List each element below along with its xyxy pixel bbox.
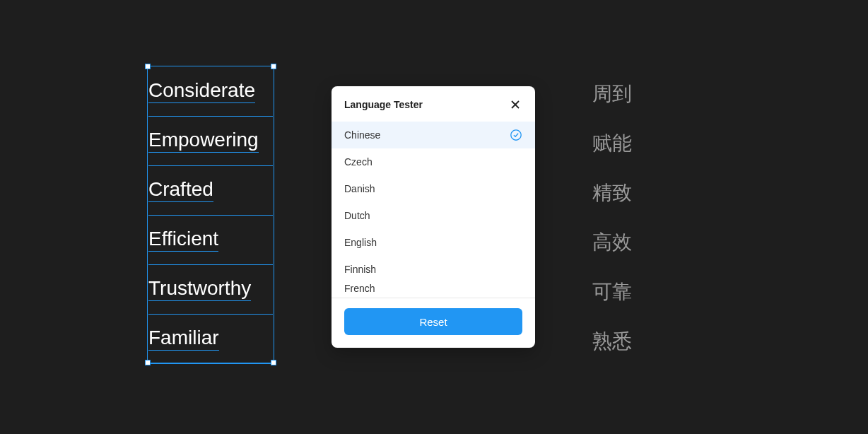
reset-button[interactable]: Reset — [344, 308, 522, 335]
list-item[interactable]: 高效 — [592, 216, 632, 265]
list-item[interactable]: 熟悉 — [592, 315, 632, 364]
language-item-chinese[interactable]: Chinese — [332, 122, 535, 148]
translation-word-list: 周到 赋能 精致 高效 可靠 熟悉 — [592, 67, 632, 364]
word-text: Crafted — [148, 179, 213, 202]
language-label: Dutch — [344, 210, 370, 221]
word-text: Efficient — [148, 228, 218, 252]
word-text: Trustworthy — [148, 278, 251, 301]
list-item[interactable]: 赋能 — [592, 117, 632, 166]
word-text: Considerate — [148, 80, 255, 103]
language-label: Finnish — [344, 264, 376, 275]
language-label: Danish — [344, 183, 375, 194]
panel-footer: Reset — [332, 298, 535, 348]
list-item[interactable]: Considerate — [148, 67, 273, 117]
list-item[interactable]: 可靠 — [592, 265, 632, 315]
check-circle-icon — [510, 129, 522, 141]
svg-point-2 — [511, 130, 521, 140]
close-icon — [510, 99, 521, 110]
word-text: 赋能 — [592, 133, 632, 155]
word-text: 精致 — [592, 182, 632, 204]
language-item-danish[interactable]: Danish — [332, 175, 535, 202]
list-item[interactable]: Efficient — [148, 216, 273, 265]
word-text: 高效 — [592, 232, 632, 254]
language-label: Chinese — [344, 129, 380, 141]
list-item[interactable]: Empowering — [148, 117, 273, 166]
language-label: English — [344, 237, 377, 248]
language-item-english[interactable]: English — [332, 229, 535, 256]
language-item-finnish[interactable]: Finnish — [332, 256, 535, 283]
language-list[interactable]: Chinese Czech Danish Dutch English — [332, 122, 535, 298]
language-label: French — [344, 283, 375, 294]
word-text: 周到 — [592, 83, 632, 105]
language-item-dutch[interactable]: Dutch — [332, 202, 535, 229]
list-item[interactable]: Crafted — [148, 166, 273, 216]
panel-header: Language Tester — [332, 86, 535, 122]
word-text: 熟悉 — [592, 331, 632, 353]
language-label: Czech — [344, 156, 373, 168]
language-item-french[interactable]: French — [332, 283, 535, 298]
list-item[interactable]: 周到 — [592, 67, 632, 117]
language-item-czech[interactable]: Czech — [332, 148, 535, 175]
word-text: 可靠 — [592, 281, 632, 303]
language-tester-panel: Language Tester Chinese Czech — [332, 86, 535, 348]
english-word-list: Considerate Empowering Crafted Efficient… — [148, 67, 273, 364]
list-item[interactable]: Trustworthy — [148, 265, 273, 315]
word-text: Empowering — [148, 129, 259, 153]
list-item[interactable]: 精致 — [592, 166, 632, 216]
list-item[interactable]: Familiar — [148, 315, 273, 364]
design-canvas[interactable]: Considerate Empowering Crafted Efficient… — [0, 0, 868, 434]
panel-title: Language Tester — [344, 99, 423, 110]
word-text: Familiar — [148, 327, 219, 351]
close-button[interactable] — [507, 96, 524, 113]
